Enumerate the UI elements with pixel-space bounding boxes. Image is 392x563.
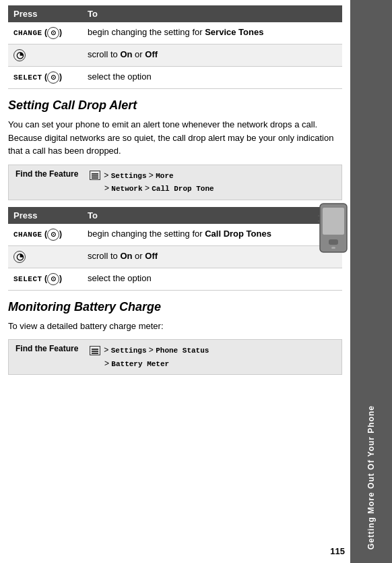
- table2-row3-to: select the option: [82, 268, 342, 290]
- section-para-battery: To view a detailed battery charge meter:: [8, 320, 342, 333]
- change-icon-1: ⊙: [47, 27, 59, 39]
- find-feature-path-1: > Settings > More > Network > Call Drop …: [90, 169, 214, 196]
- svg-rect-3: [331, 247, 335, 249]
- table2-row1-press: CHANGE (⊙): [8, 224, 82, 246]
- on-label-2: On: [120, 251, 132, 261]
- off-label-2: Off: [145, 251, 158, 261]
- change-icon-2: ⊙: [47, 229, 59, 241]
- call-drop-tones-label: Call Drop Tones: [205, 229, 271, 239]
- scroll-icon-2: ◔: [13, 251, 26, 263]
- change-label-2: CHANGE: [13, 231, 42, 239]
- find-feature-label-1: Find the Feature: [15, 169, 83, 179]
- table1-row1-to: begin changing the setting for Service T…: [82, 22, 342, 45]
- path-network-1: > Network > Call Drop Tone: [90, 183, 214, 193]
- select-label-2: SELECT: [13, 275, 42, 283]
- table1-row3-press: SELECT (⊙): [8, 67, 82, 89]
- change-paren-close-2: ): [59, 229, 62, 239]
- change-paren-close-1: ): [59, 28, 62, 37]
- table2-row2-to: scroll to On or Off: [82, 245, 342, 268]
- table-row: CHANGE (⊙) begin changing the setting fo…: [8, 22, 342, 45]
- find-feature-box-2: Find the Feature > Settings > Phone Stat…: [8, 339, 342, 375]
- table1-row2-press: ◔: [8, 45, 82, 67]
- select-icon-2: ⊙: [47, 273, 59, 285]
- section-heading-battery: Monitoring Battery Charge: [8, 300, 342, 314]
- table2-row1-to: begin changing the setting for Call Drop…: [82, 224, 342, 246]
- phone-icon-wrap: [317, 202, 350, 256]
- table2-row3-press: SELECT (⊙): [8, 268, 82, 290]
- table2-header-to: To: [82, 207, 342, 224]
- path-settings-1: > Settings > More: [104, 171, 173, 180]
- table-1: Press To CHANGE (⊙) begin changing the s…: [8, 5, 342, 89]
- svg-rect-1: [323, 208, 344, 235]
- table-row: SELECT (⊙) select the option: [8, 268, 342, 290]
- table1-row1-press: CHANGE (⊙): [8, 22, 82, 45]
- change-label-1: CHANGE: [13, 29, 42, 37]
- svg-rect-2: [329, 239, 338, 245]
- find-feature-label-2: Find the Feature: [15, 344, 83, 353]
- off-label-1: Off: [145, 49, 158, 59]
- service-tones-label: Service Tones: [205, 27, 263, 37]
- find-feature-path-2: > Settings > Phone Status > Battery Mete…: [90, 344, 209, 370]
- phone-device-icon: [317, 202, 350, 256]
- table1-row2-to: scroll to On or Off: [82, 45, 342, 67]
- page-number: 115: [330, 546, 345, 556]
- section-para-call-drop: You can set your phone to emit an alert …: [8, 118, 342, 158]
- table1-header-press: Press: [8, 5, 82, 22]
- table2-header-press: Press: [8, 207, 82, 224]
- menu-icon-2: [90, 346, 100, 355]
- select-icon-1: ⊙: [47, 71, 59, 84]
- main-content: Press To CHANGE (⊙) begin changing the s…: [0, 0, 350, 387]
- select-paren-close-1: ): [59, 72, 62, 82]
- table2-row2-press: ◔: [8, 245, 82, 268]
- menu-icon-1: [90, 171, 100, 180]
- scroll-icon-1: ◔: [13, 49, 26, 61]
- on-label-1: On: [120, 49, 132, 59]
- right-sidebar: Getting More Out Of Your Phone: [350, 0, 392, 563]
- table-row: ◔ scroll to On or Off: [8, 45, 342, 67]
- select-label-1: SELECT: [13, 73, 42, 82]
- section-heading-call-drop: Setting Call Drop Alert: [8, 98, 342, 113]
- sidebar-text: Getting More Out Of Your Phone: [366, 392, 376, 563]
- select-paren-close-2: ): [59, 274, 62, 283]
- table-row: ◔ scroll to On or Off: [8, 245, 342, 268]
- path-settings-2: > Settings > Phone Status: [104, 345, 209, 355]
- find-feature-box-1: Find the Feature > Settings > More > Net…: [8, 165, 342, 200]
- table1-header-to: To: [82, 5, 342, 22]
- table-row: CHANGE (⊙) begin changing the setting fo…: [8, 224, 342, 246]
- path-battery-2: > Battery Meter: [90, 359, 169, 368]
- table1-row3-to: select the option: [82, 67, 342, 89]
- table-row: SELECT (⊙) select the option: [8, 67, 342, 89]
- table-2: Press To CHANGE (⊙) begin changing the s…: [8, 207, 342, 291]
